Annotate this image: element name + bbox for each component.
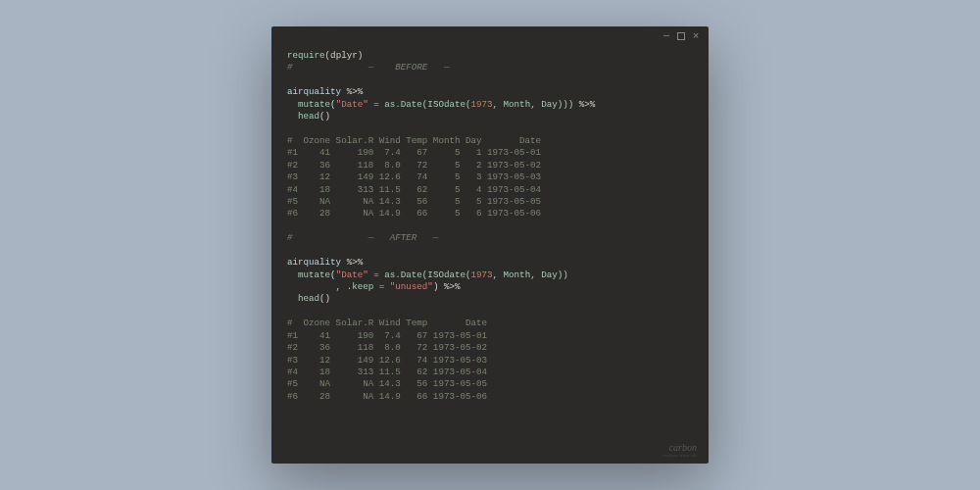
output-header: # Ozone Solar.R Wind Temp Date <box>287 318 487 328</box>
output-row: #2 36 118 8.0 72 1973-05-02 <box>287 342 487 353</box>
code-token: , .keep = <box>287 281 390 292</box>
carbon-watermark: carbon carbon.now.sh <box>662 443 697 458</box>
output-row: #1 41 190 7.4 67 1973-05-01 <box>287 330 487 341</box>
close-button[interactable]: × <box>691 31 701 41</box>
code-token: () <box>319 293 330 304</box>
code-token: , Month, Day))) <box>493 99 579 110</box>
pipe-operator: %>% <box>347 257 364 268</box>
output-row: #3 12 149 12.6 74 5 3 1973-05-03 <box>287 172 541 182</box>
code-string: "unused" <box>390 281 433 292</box>
code-comment: # — AFTER — <box>287 232 438 243</box>
watermark-text: carbon <box>662 443 697 453</box>
pipe-operator: %>% <box>579 99 596 110</box>
pipe-operator: %>% <box>347 86 364 97</box>
code-token: head <box>287 111 319 122</box>
watermark-subtext: carbon.now.sh <box>662 453 697 458</box>
code-token: () <box>319 111 330 122</box>
pipe-operator: %>% <box>444 281 461 292</box>
code-token: mutate <box>287 270 330 280</box>
code-number: 1973 <box>470 99 492 110</box>
output-row: #1 41 190 7.4 67 5 1 1973-05-01 <box>287 147 541 158</box>
code-content: require(dplyr) # — BEFORE — airquality %… <box>271 46 709 464</box>
output-row: #2 36 118 8.0 72 5 2 1973-05-02 <box>287 160 541 171</box>
output-row: #4 18 313 11.5 62 5 4 1973-05-04 <box>287 184 541 195</box>
code-token: , Month, Day)) <box>493 270 568 280</box>
output-row: #5 NA NA 14.3 56 5 5 1973-05-05 <box>287 196 541 207</box>
output-row: #6 28 NA 14.9 66 5 6 1973-05-06 <box>287 208 541 219</box>
code-token: = as.Date(ISOdate( <box>368 270 471 280</box>
code-token: ) <box>433 281 444 292</box>
window-titlebar: — × <box>271 26 709 46</box>
code-string: "Date" <box>336 270 368 280</box>
code-token: airquality <box>287 86 347 97</box>
code-token: (dplyr) <box>325 50 364 61</box>
code-token: = as.Date(ISOdate( <box>368 99 471 110</box>
output-row: #4 18 313 11.5 62 1973-05-04 <box>287 367 487 377</box>
output-row: #5 NA NA 14.3 56 1973-05-05 <box>287 378 487 389</box>
code-comment: # — BEFORE — <box>287 62 449 73</box>
code-token: mutate <box>287 99 330 110</box>
output-header: # Ozone Solar.R Wind Temp Month Day Date <box>287 135 541 146</box>
code-window: — × require(dplyr) # — BEFORE — airquali… <box>271 26 709 464</box>
code-string: "Date" <box>336 99 368 110</box>
maximize-button[interactable] <box>677 32 685 40</box>
code-token: airquality <box>287 257 347 268</box>
minimize-button[interactable]: — <box>662 31 671 41</box>
code-token: require <box>287 50 325 61</box>
output-row: #3 12 149 12.6 74 1973-05-03 <box>287 355 487 366</box>
code-token: head <box>287 293 319 304</box>
code-number: 1973 <box>470 270 492 280</box>
output-row: #6 28 NA 14.9 66 1973-05-06 <box>287 391 487 402</box>
